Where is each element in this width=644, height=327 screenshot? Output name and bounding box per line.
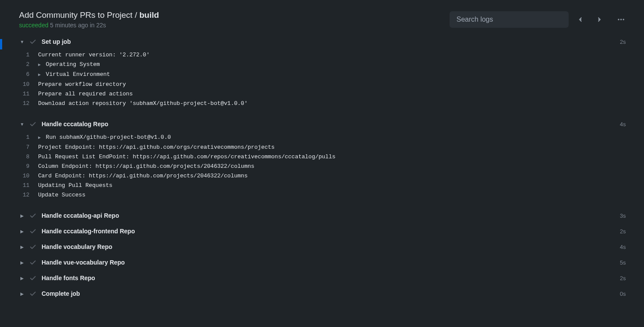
step-duration: 3s [620,213,626,219]
step-title: Handle cccatalog-api Repo [42,212,620,219]
chevron-right-icon [596,16,602,23]
chevron-right-icon: ▶ [18,276,26,281]
line-number: 11 [13,89,38,99]
step-header[interactable]: ▶Complete job0s [13,286,631,301]
line-number: 11 [13,181,38,190]
chevron-down-icon: ▼ [18,39,26,44]
log-line: 7Project Endpoint: https://api.github.co… [13,143,631,152]
title-separator: / [133,10,139,20]
log-block: 1Current runner version: '2.272.0'2▶ Ope… [13,50,631,108]
accent-bar [0,39,2,49]
log-text: ▶ Run subhamX/github-project-bot@v1.0.0 [38,133,171,143]
check-icon [29,275,36,281]
chevron-right-icon: ▶ [18,260,26,265]
log-line: 1▶ Run subhamX/github-project-bot@v1.0.0 [13,133,631,143]
line-number: 1 [13,133,38,143]
step-duration: 2s [620,39,626,45]
log-line: 1Current runner version: '2.272.0' [13,50,631,60]
step-title: Handle cccatalog Repo [42,121,620,128]
step-header[interactable]: ▶Handle cccatalog-frontend Repo2s [13,223,631,239]
step-header[interactable]: ▶Handle fonts Repo2s [13,270,631,286]
line-number: 2 [13,60,38,70]
chevron-down-icon: ▼ [18,122,26,127]
line-number: 8 [13,152,38,162]
step-title: Complete job [42,290,620,297]
chevron-right-icon: ▶ [18,229,26,234]
prev-button[interactable] [573,12,588,27]
log-text: Update Success [38,190,85,200]
expand-arrow-icon[interactable]: ▶ [38,133,41,143]
log-block: 1▶ Run subhamX/github-project-bot@v1.0.0… [13,133,631,200]
step-duration: 4s [620,121,626,128]
line-number: 1 [13,50,38,60]
log-text: Column Endpoint: https://api.github.com/… [38,162,254,171]
log-text: Pull Request List EndPoint: https://api.… [38,152,336,162]
step-duration: 4s [620,244,626,250]
log-text: Prepare all required actions [38,89,133,99]
search-input[interactable] [450,11,569,28]
header-left: Add Community PRs to Project / build suc… [19,10,159,29]
step-header[interactable]: ▼Handle cccatalog Repo4s [13,116,631,132]
check-icon [29,121,36,128]
step-duration: 0s [620,291,626,297]
step-title: Handle cccatalog-frontend Repo [42,228,620,235]
step-title: Handle fonts Repo [42,275,620,281]
check-icon [29,38,36,45]
log-line: 11Updating Pull Requests [13,181,631,190]
next-button[interactable] [592,12,607,27]
step-duration: 2s [620,228,626,235]
line-number: 6 [13,70,38,80]
log-line: 9Column Endpoint: https://api.github.com… [13,162,631,171]
check-icon [29,212,36,219]
check-icon [29,228,36,235]
step-title: Handle vue-vocabulary Repo [42,259,620,266]
log-line: 11Prepare all required actions [13,89,631,99]
chevron-right-icon: ▶ [18,245,26,249]
step-title: Set up job [42,38,620,45]
log-text: Prepare workflow directory [38,80,126,89]
status-text: succeeded [19,22,49,29]
svg-point-0 [618,19,620,20]
more-button[interactable] [614,12,628,27]
line-number: 7 [13,143,38,152]
kebab-icon [617,16,625,23]
log-text: ▶ Virtual Environment [38,70,110,80]
step-header[interactable]: ▶Handle vocabulary Repo4s [13,239,631,255]
workflow-name: Add Community PRs to Project [19,10,133,20]
check-icon [29,243,36,250]
log-text: Updating Pull Requests [38,181,113,190]
step-duration: 2s [620,275,626,281]
log-line: 10Prepare workflow directory [13,80,631,89]
log-line: 12Update Success [13,190,631,200]
status-time: 5 minutes ago in 22s [50,22,106,29]
chevron-right-icon: ▶ [18,291,26,296]
line-number: 12 [13,190,38,200]
svg-point-1 [620,19,622,20]
log-line: 2▶ Operating System [13,60,631,70]
chevron-left-icon [577,16,583,23]
header-right [450,11,628,28]
check-icon [29,259,36,266]
status-line: succeeded 5 minutes ago in 22s [19,22,159,29]
check-icon [29,290,36,297]
step-duration: 5s [620,259,626,266]
job-name: build [139,10,159,20]
line-number: 10 [13,171,38,181]
header: Add Community PRs to Project / build suc… [0,0,644,34]
log-text: Download action repository 'subhamX/gith… [38,99,248,108]
line-number: 12 [13,99,38,108]
expand-arrow-icon[interactable]: ▶ [38,60,41,70]
log-text: Current runner version: '2.272.0' [38,50,149,60]
page-title: Add Community PRs to Project / build [19,10,159,20]
log-line: 10Card Endpoint: https://api.github.com/… [13,171,631,181]
svg-point-2 [623,19,625,20]
step-header[interactable]: ▶Handle cccatalog-api Repo3s [13,208,631,223]
step-header[interactable]: ▼Set up job2s [13,34,631,49]
log-line: 12Download action repository 'subhamX/gi… [13,99,631,108]
line-number: 10 [13,80,38,89]
log-line: 6▶ Virtual Environment [13,70,631,80]
log-text: Card Endpoint: https://api.github.com/pr… [38,171,248,181]
log-text: Project Endpoint: https://api.github.com… [38,143,275,152]
step-header[interactable]: ▶Handle vue-vocabulary Repo5s [13,255,631,270]
expand-arrow-icon[interactable]: ▶ [38,70,41,80]
